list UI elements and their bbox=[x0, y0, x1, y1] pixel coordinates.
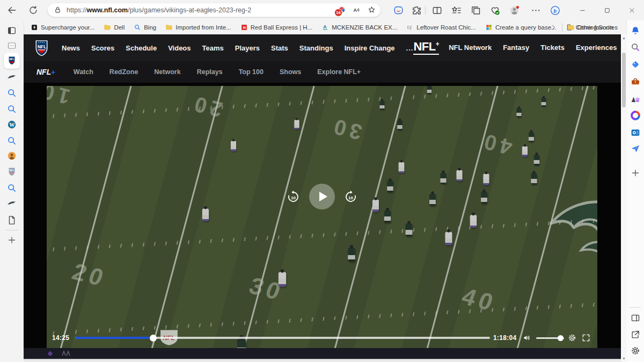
nfl-plus-logo[interactable]: NFL+ bbox=[413, 41, 439, 55]
bookmark-item[interactable]: AMCKENZIE BACK EX... bbox=[321, 24, 397, 31]
nfl-logo[interactable]: NFL bbox=[32, 38, 51, 58]
volume-thumb[interactable] bbox=[558, 335, 564, 341]
volume-slider[interactable] bbox=[536, 337, 564, 339]
sidebar-sidebar-panel[interactable] bbox=[630, 313, 641, 323]
video-player[interactable]: 10203040203040 NFL 10 10 14:25 1:18:04 bbox=[47, 86, 597, 348]
bookmark-item[interactable]: UfLeftover Roast Chic... bbox=[406, 24, 476, 31]
play-button[interactable] bbox=[309, 184, 335, 209]
sidebar-open-in-browser[interactable] bbox=[630, 329, 641, 340]
nav-experiences[interactable]: Experiences bbox=[576, 44, 617, 52]
nav-videos[interactable]: Videos bbox=[168, 44, 191, 52]
player-settings-button[interactable] bbox=[567, 333, 577, 343]
sidebar-tab-search[interactable] bbox=[6, 183, 17, 193]
bookmarks-list: Supercharge your...DellBingImported from… bbox=[24, 24, 613, 31]
nav-players[interactable]: Players bbox=[235, 44, 260, 52]
site-info-lock-icon[interactable] bbox=[53, 5, 62, 15]
sidebar-tab-search[interactable] bbox=[6, 135, 17, 146]
back-button[interactable] bbox=[6, 5, 17, 16]
sidebar-tools[interactable] bbox=[630, 76, 641, 87]
scroll-up-arrow[interactable]: ▲ bbox=[621, 36, 627, 40]
subnav-watch[interactable]: Watch bbox=[74, 68, 93, 76]
volume-button[interactable] bbox=[522, 333, 532, 343]
subnav-explore-nfl-[interactable]: Explore NFL+ bbox=[317, 68, 361, 76]
subnav-network[interactable]: Network bbox=[154, 68, 180, 76]
sidebar-sidebar-settings[interactable] bbox=[630, 345, 641, 356]
minimize-button[interactable] bbox=[570, 0, 595, 20]
sidebar-new-tab[interactable] bbox=[6, 235, 17, 245]
fullscreen-button[interactable] bbox=[581, 333, 591, 343]
chat-button[interactable] bbox=[393, 5, 404, 16]
sidebar-customize-sidebar[interactable] bbox=[630, 168, 641, 178]
sidebar-tab-eagles[interactable] bbox=[6, 73, 17, 83]
bookmark-item[interactable]: Bing bbox=[134, 24, 156, 31]
subnav-logo-text: NFL bbox=[36, 68, 51, 76]
close-button[interactable] bbox=[619, 0, 644, 20]
bookmark-item[interactable]: Create a query base... bbox=[485, 24, 557, 31]
copilot-button[interactable]: b bbox=[550, 5, 561, 16]
sidebar-sidebar-search[interactable] bbox=[630, 42, 641, 53]
nav-standings[interactable]: Standings bbox=[299, 44, 333, 52]
nav-stats[interactable]: Stats bbox=[271, 44, 288, 52]
address-bar[interactable]: https://www.nfl.com/plus/games/vikings-a… bbox=[47, 3, 381, 17]
bookmark-item[interactable]: Supercharge your... bbox=[31, 24, 94, 31]
nav-nfl-network[interactable]: NFL Network bbox=[449, 44, 492, 52]
browser-essentials-button[interactable] bbox=[489, 5, 501, 16]
nav-teams[interactable]: Teams bbox=[202, 44, 224, 52]
nav-more-button[interactable]: ... bbox=[406, 44, 414, 52]
profile-button[interactable] bbox=[509, 5, 520, 16]
refresh-button[interactable] bbox=[28, 5, 39, 16]
page-scrollbar[interactable]: ▲ ▼ bbox=[621, 34, 627, 362]
other-favorites-button[interactable]: Other favorites bbox=[567, 24, 618, 31]
nav-scores[interactable]: Scores bbox=[91, 44, 114, 52]
scroll-down-arrow[interactable]: ▼ bbox=[621, 357, 627, 360]
team-color-dot bbox=[48, 351, 53, 357]
progress-bar[interactable] bbox=[75, 337, 490, 339]
sidebar-tab-card[interactable] bbox=[6, 40, 17, 51]
nav-fantasy[interactable]: Fantasy bbox=[503, 44, 529, 52]
sidebar-shopping[interactable] bbox=[630, 59, 641, 70]
bookmark-item[interactable]: HRed Ball Express | H... bbox=[240, 24, 312, 31]
sidebar-tab-eagles[interactable] bbox=[6, 199, 17, 209]
sidebar-workspaces[interactable] bbox=[6, 25, 17, 36]
forward-10-button[interactable]: 10 bbox=[343, 190, 358, 204]
nav-inspire-change[interactable]: Inspire Change bbox=[345, 44, 395, 52]
subnav-shows[interactable]: Shows bbox=[280, 68, 301, 76]
progress-thumb[interactable] bbox=[150, 335, 157, 342]
scrollbar-thumb[interactable] bbox=[622, 53, 626, 107]
sidebar-tab-nfl-active[interactable]: NFL bbox=[6, 55, 17, 66]
extensions-button[interactable] bbox=[411, 5, 422, 16]
favorite-star-button[interactable] bbox=[367, 5, 376, 15]
bookmark-item[interactable]: Imported from Inte... bbox=[165, 24, 231, 31]
sidebar-notifications[interactable] bbox=[630, 25, 641, 36]
more-button[interactable] bbox=[530, 5, 541, 16]
sidebar-outlook[interactable] bbox=[630, 127, 641, 138]
sidebar-tab-search[interactable] bbox=[6, 104, 17, 114]
bookmark-item[interactable]: Dell bbox=[104, 24, 125, 31]
subnav-logo-plus: + bbox=[51, 68, 55, 76]
rewind-10-button[interactable]: 10 bbox=[286, 190, 301, 204]
sidebar-tab-wordpress[interactable]: W bbox=[6, 119, 17, 130]
sidebar-microsoft-365[interactable] bbox=[630, 110, 641, 121]
current-time: 14:25 bbox=[52, 334, 69, 342]
nav-news[interactable]: News bbox=[62, 44, 80, 52]
favorites-bar-button[interactable] bbox=[451, 5, 462, 16]
nfl-plus-subnav-logo[interactable]: NFL+ bbox=[36, 67, 55, 77]
sidebar-tab-search[interactable] bbox=[6, 88, 17, 98]
coupon-extension-button[interactable]: 16 bbox=[337, 5, 346, 15]
bookmarks-overflow-button[interactable] bbox=[550, 24, 557, 31]
sidebar-tab-profile[interactable] bbox=[6, 150, 17, 161]
collections-button[interactable] bbox=[470, 5, 481, 16]
subnav-redzone[interactable]: RedZone bbox=[109, 68, 138, 76]
sidebar-tab-document[interactable] bbox=[6, 215, 17, 226]
nav-tickets[interactable]: Tickets bbox=[540, 44, 565, 52]
sidebar-tab-nfl[interactable]: NFL bbox=[6, 166, 17, 177]
split-screen-button[interactable] bbox=[431, 5, 443, 16]
svg-text:A: A bbox=[353, 8, 357, 13]
subnav-replays[interactable]: Replays bbox=[197, 68, 223, 76]
sidebar-games[interactable]: ♟♛ bbox=[630, 94, 641, 105]
nav-schedule[interactable]: Schedule bbox=[126, 44, 157, 52]
subnav-top-100[interactable]: Top 100 bbox=[239, 68, 264, 76]
sidebar-drop[interactable] bbox=[630, 143, 641, 154]
maximize-button[interactable] bbox=[595, 0, 619, 20]
read-aloud-button[interactable]: A bbox=[352, 5, 361, 15]
